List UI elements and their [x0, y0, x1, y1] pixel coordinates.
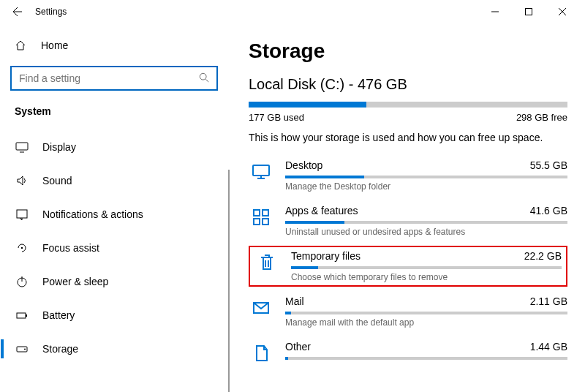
maximize-icon — [525, 8, 532, 15]
mail-icon — [249, 295, 273, 320]
power-icon — [15, 275, 29, 288]
sidebar-item-storage[interactable]: Storage — [0, 332, 228, 366]
sidebar-item-label: Notifications & actions — [42, 208, 143, 220]
category-title: System — [0, 101, 228, 130]
category-bar — [285, 312, 567, 314]
sidebar-item-notifications[interactable]: Notifications & actions — [0, 197, 228, 231]
svg-rect-22 — [263, 219, 268, 225]
sidebar-item-label: Power & sleep — [42, 276, 108, 287]
sidebar-item-focus-assist[interactable]: Focus assist — [0, 231, 228, 265]
search-box[interactable] — [10, 66, 218, 91]
category-item-apps[interactable]: Apps & features41.6 GBUninstall unused o… — [249, 200, 567, 241]
svg-rect-16 — [253, 165, 269, 176]
svg-rect-1 — [526, 9, 532, 15]
disk-stats: 177 GB used 298 GB free — [249, 112, 567, 123]
category-name: Temporary files — [291, 250, 361, 262]
category-size: 22.2 GB — [524, 250, 562, 262]
window-title: Settings — [35, 7, 67, 17]
category-name: Other — [285, 341, 311, 353]
category-sub: Manage the Desktop folder — [285, 181, 567, 192]
category-item-other[interactable]: Other1.44 GB — [249, 336, 567, 370]
category-sub: Choose which temporary files to remove — [291, 272, 562, 282]
category-name: Mail — [285, 295, 304, 307]
search-input[interactable] — [19, 72, 209, 84]
apps-icon — [249, 205, 273, 230]
disk-usage-bar — [249, 102, 567, 108]
main-panel: Storage Local Disk (C:) - 476 GB 177 GB … — [228, 23, 585, 392]
sidebar-item-battery[interactable]: Battery — [0, 298, 228, 332]
svg-rect-20 — [263, 210, 268, 216]
notifications-icon — [15, 208, 29, 221]
sidebar-item-power-sleep[interactable]: Power & sleep — [0, 265, 228, 298]
category-name: Desktop — [285, 159, 322, 171]
category-list: Desktop55.5 GBManage the Desktop folderA… — [249, 155, 567, 370]
category-size: 2.11 GB — [530, 295, 567, 307]
category-size: 55.5 GB — [530, 159, 567, 171]
focus-assist-icon — [15, 241, 29, 255]
sidebar-item-sound[interactable]: Sound — [0, 164, 228, 197]
used-label: 177 GB used — [249, 112, 304, 123]
minimize-button[interactable] — [478, 1, 512, 23]
minimize-icon — [491, 8, 499, 15]
storage-icon — [15, 342, 29, 355]
category-bar — [285, 176, 567, 178]
svg-rect-6 — [16, 143, 28, 150]
free-label: 298 GB free — [516, 112, 567, 123]
svg-point-9 — [21, 247, 23, 249]
category-bar — [285, 357, 567, 360]
titlebar: Settings — [0, 0, 585, 23]
back-button[interactable] — [6, 6, 26, 18]
category-sub: Manage mail with the default app — [285, 317, 567, 328]
svg-point-15 — [24, 349, 26, 350]
sound-icon — [15, 174, 29, 187]
category-size: 1.44 GB — [530, 341, 567, 353]
svg-rect-12 — [17, 313, 26, 318]
home-label: Home — [41, 39, 68, 51]
category-name: Apps & features — [285, 205, 358, 216]
category-item-trash[interactable]: Temporary files22.2 GBChoose which tempo… — [249, 246, 567, 287]
close-icon — [559, 8, 566, 15]
other-icon — [249, 341, 273, 366]
category-bar — [291, 266, 562, 269]
category-size: 41.6 GB — [530, 205, 567, 216]
svg-rect-19 — [254, 210, 260, 216]
category-item-desktop[interactable]: Desktop55.5 GBManage the Desktop folder — [249, 155, 567, 196]
sidebar: Home System Display Sound — [0, 23, 228, 392]
sidebar-scrollbar[interactable] — [228, 170, 230, 392]
home-icon — [15, 39, 28, 51]
sidebar-item-label: Display — [42, 141, 76, 153]
display-icon — [15, 140, 29, 154]
desktop-icon — [249, 159, 273, 184]
svg-point-4 — [200, 73, 206, 80]
sidebar-item-label: Storage — [42, 343, 78, 355]
svg-rect-8 — [17, 210, 27, 218]
category-item-mail[interactable]: Mail2.11 GBManage mail with the default … — [249, 291, 567, 332]
search-icon — [199, 72, 209, 85]
svg-line-5 — [205, 79, 208, 82]
maximize-button[interactable] — [512, 1, 546, 23]
nav-list: Display Sound Notifications & actions Fo… — [0, 130, 228, 366]
home-nav[interactable]: Home — [0, 31, 228, 60]
arrow-left-icon — [10, 6, 22, 18]
disk-title: Local Disk (C:) - 476 GB — [249, 76, 567, 93]
sidebar-item-display[interactable]: Display — [0, 130, 228, 164]
sidebar-item-label: Focus assist — [42, 242, 99, 254]
storage-desc: This is how your storage is used and how… — [249, 132, 567, 143]
svg-rect-13 — [26, 314, 27, 317]
trash-icon — [254, 250, 279, 275]
category-bar — [285, 221, 567, 224]
sidebar-item-label: Battery — [42, 309, 75, 321]
sidebar-item-label: Sound — [42, 175, 72, 186]
page-title: Storage — [249, 39, 567, 63]
svg-rect-21 — [254, 219, 260, 225]
close-button[interactable] — [546, 1, 579, 23]
battery-icon — [15, 309, 29, 322]
category-sub: Uninstall unused or undesired apps & fea… — [285, 227, 567, 237]
